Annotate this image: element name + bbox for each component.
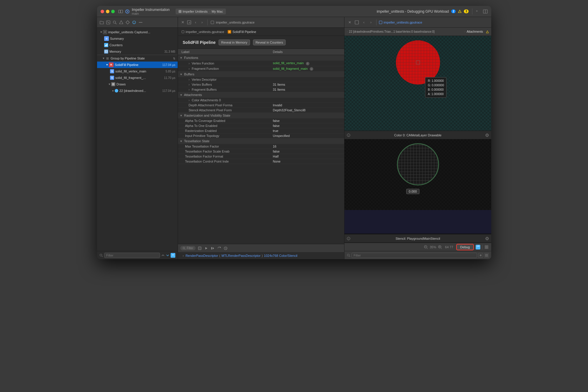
line-icon[interactable] — [138, 20, 143, 25]
svg-rect-36 — [198, 247, 201, 250]
titlebar-info: Impeller Instrumentation main — [125, 8, 170, 15]
grid-view-icon[interactable] — [484, 245, 489, 249]
rt-filter-grid-icon[interactable] — [484, 253, 489, 258]
diamond-icon[interactable] — [125, 20, 130, 25]
minimize-button[interactable] — [106, 10, 109, 13]
fragment-func-name: Fragment Function — [192, 67, 219, 70]
tab-sub-label: My Mac — [211, 10, 223, 13]
reveal-counters-btn[interactable]: Reveal in Counters — [253, 39, 286, 45]
split-view-icon[interactable] — [483, 9, 488, 14]
section-tessellation[interactable]: ▾ Tessellation State — [178, 138, 344, 144]
sidebar-item-draws[interactable]: ▼ Draws — [97, 81, 178, 87]
record-btn[interactable] — [197, 246, 202, 251]
fragment-expand-icon[interactable]: › — [189, 67, 190, 70]
sidebar-item-pipeline[interactable]: ▼ R SolidFill Pipeline 117.04 µs — [97, 62, 178, 68]
raster-expand-icon[interactable]: ▾ — [180, 114, 182, 117]
tess-format-label: Tessellation Factor Format — [178, 154, 269, 159]
section-attachments[interactable]: ▾ Attachments — [178, 92, 344, 98]
vtx-buf-expand-icon[interactable]: › — [189, 83, 190, 86]
sidebar-filter-input[interactable] — [104, 253, 160, 258]
color-attach-expand-icon[interactable]: › — [189, 98, 190, 102]
counters-icon — [104, 43, 108, 47]
close-button[interactable] — [101, 10, 104, 13]
sidebar-item-counters[interactable]: Counters — [97, 42, 178, 48]
sidebar-item-fragment-func[interactable]: S solid_fill_fragment_... 11.70 µs — [97, 75, 178, 81]
badge-count: 2 — [451, 9, 456, 13]
zoom-in-icon[interactable] — [438, 245, 442, 249]
stencil-info-icon[interactable]: i — [347, 237, 350, 240]
sidebar-item-memory[interactable]: Memory 31.3 MB — [97, 48, 178, 55]
tess-expand-icon[interactable]: ▾ — [180, 139, 182, 143]
sidebar-item-vertex-func[interactable]: S solid_fill_vertex_main 5.85 µs — [97, 68, 178, 75]
sidebar-item-summary[interactable]: ⊞ Summary — [97, 35, 178, 42]
close-doc-icon[interactable]: ✕ — [180, 20, 185, 25]
color-settings-icon[interactable] — [485, 133, 489, 137]
next-icon[interactable]: › — [200, 20, 204, 25]
group-expand-icon[interactable]: ▼ — [102, 57, 105, 60]
table-row: › Color Attachments 0 — [178, 98, 344, 103]
stencil-settings-icon[interactable] — [485, 237, 489, 240]
svg-rect-134 — [487, 254, 488, 255]
tree-root[interactable]: ▼ ⚙ impeller_unittests Captured... — [97, 29, 178, 35]
fragment-info-icon[interactable]: i — [310, 67, 313, 71]
rt-close-icon[interactable]: ✕ — [347, 19, 353, 25]
svg-rect-135 — [485, 256, 486, 257]
rt-filter-input[interactable] — [352, 253, 477, 258]
vtx-desc-expand-icon[interactable]: › — [189, 78, 190, 81]
clock-btn[interactable] — [223, 246, 228, 251]
tab-sep: › — [209, 10, 211, 13]
warning-small-icon[interactable] — [119, 20, 124, 25]
summary-icon: ⊞ — [104, 36, 109, 41]
color-info-icon[interactable]: i — [347, 133, 350, 137]
sort-up-icon[interactable] — [161, 254, 165, 257]
step-btn[interactable] — [210, 246, 215, 251]
reload-btn[interactable] — [217, 246, 221, 251]
section-rasterization[interactable]: ▾ Rasterization and Visibility State — [178, 113, 344, 119]
bottom-filter-pill[interactable]: Filter — [180, 246, 196, 250]
sidebar-item-group[interactable]: ▼ ⊞ Group by Pipeline State ⇅ — [97, 55, 178, 62]
sidebar-toggle-icon[interactable] — [118, 9, 123, 14]
zoom-out-icon[interactable] — [424, 245, 428, 249]
vertex-info-icon[interactable]: i — [306, 62, 309, 65]
breadcrumb-file[interactable]: impeller_unittests.gputrace — [186, 30, 224, 34]
debug-btn[interactable]: Debug — [456, 244, 474, 250]
sort-icon[interactable]: ⇅ — [173, 57, 175, 60]
rt-next-icon[interactable]: › — [368, 19, 374, 25]
buffers-expand-icon[interactable]: ▾ — [180, 72, 182, 76]
section-functions[interactable]: ▾ Functions — [178, 55, 344, 61]
functions-expand-icon[interactable]: ▾ — [180, 56, 182, 59]
play-btn[interactable] — [204, 246, 209, 251]
expand-icon[interactable] — [187, 20, 191, 25]
frag-buf-expand-icon[interactable]: › — [189, 88, 190, 91]
root-expand-icon[interactable]: ▼ — [99, 30, 103, 34]
color-g-value: G: 0.000000 — [428, 83, 444, 87]
render-pass-row[interactable]: › RenderPassDescriptor ( MTLRenderPassDe… — [178, 252, 344, 259]
render-pass-expand-icon[interactable]: › — [183, 254, 184, 257]
vertex-func-cell-label: › Vertex Function — [178, 61, 269, 66]
color-attach-name: Color Attachments 0 — [192, 98, 221, 102]
color-canvas: R: 1.000000 G: 0.000000 B: 0.000000 A: 1… — [344, 36, 491, 139]
prev-icon[interactable]: ‹ — [193, 20, 198, 25]
rt-filter-list-icon[interactable] — [478, 253, 483, 258]
draws-expand-icon[interactable]: ▼ — [108, 82, 111, 86]
x-icon[interactable] — [106, 20, 111, 25]
fullscreen-button[interactable] — [111, 10, 115, 13]
add-tab-icon[interactable]: + — [476, 9, 481, 14]
folder-icon[interactable] — [99, 20, 104, 25]
pipeline-expand-icon[interactable]: ▼ — [105, 63, 109, 67]
tab-unittests[interactable]: Impeller Unittests › My Mac — [176, 9, 226, 14]
sidebar-item-draw[interactable]: • 22 [drawIndexed... 117.04 µs — [97, 87, 178, 94]
section-buffers[interactable]: ▾ Buffers — [178, 72, 344, 77]
reveal-memory-btn[interactable]: Reveal in Memory — [219, 39, 250, 45]
rt-expand-icon[interactable] — [354, 19, 360, 25]
table-row: › Fragment Buffers 31 Items — [178, 87, 344, 92]
attach-expand-icon[interactable]: ▾ — [180, 93, 182, 97]
rt-prev-icon[interactable]: ‹ — [361, 19, 367, 25]
search-icon[interactable] — [112, 20, 117, 25]
info-small-icon[interactable]: i — [132, 20, 136, 25]
filter-type-btn[interactable] — [171, 253, 175, 258]
sort-down-icon[interactable] — [166, 254, 169, 257]
color-attachment: R: 1.000000 G: 0.000000 B: 0.000000 A: 1… — [344, 36, 491, 139]
debug-reload-icon[interactable] — [476, 245, 480, 249]
vertex-expand-icon[interactable]: › — [189, 62, 190, 65]
